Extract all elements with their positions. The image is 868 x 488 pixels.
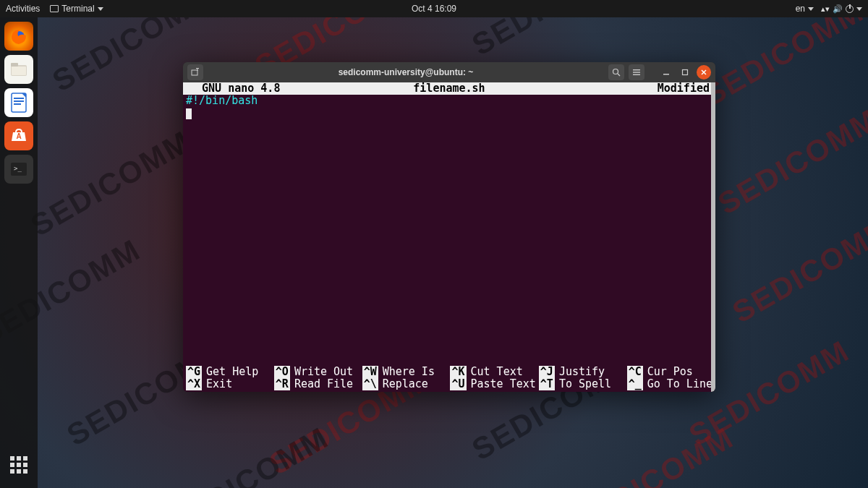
shortcut-key: ^C <box>627 366 643 378</box>
terminal-scrollbar[interactable] <box>711 82 715 392</box>
nano-shortcut: ^CCur Pos <box>627 366 712 378</box>
power-icon <box>846 5 854 13</box>
svg-rect-16 <box>633 69 640 70</box>
shortcut-label: Get Help <box>206 366 258 378</box>
nano-status: Modified <box>658 82 710 95</box>
shortcut-label: Write Out <box>294 366 353 378</box>
app-menu-label: Terminal <box>61 4 94 14</box>
shortcut-key: ^W <box>362 366 378 378</box>
shortcut-label: Justify <box>559 366 605 378</box>
svg-rect-2 <box>11 63 18 67</box>
nano-shortcut: ^KCut Text <box>450 366 535 378</box>
shortcut-key: ^\ <box>362 378 378 390</box>
shortcut-label: Read File <box>294 378 353 390</box>
svg-rect-4 <box>12 93 26 112</box>
terminal-window: sedicomm-university@ubuntu: ~ GNU nano 4… <box>183 62 715 392</box>
dock-app-files[interactable] <box>4 55 33 84</box>
search-button[interactable] <box>608 64 624 80</box>
svg-rect-13 <box>197 68 198 71</box>
text-cursor <box>186 108 192 119</box>
svg-point-14 <box>613 69 618 74</box>
dock-app-libreoffice-writer[interactable] <box>4 88 33 117</box>
close-button[interactable] <box>697 65 711 80</box>
dock-app-terminal[interactable]: >_ <box>4 155 33 184</box>
dock-app-firefox[interactable] <box>4 22 33 51</box>
nano-shortcut: ^RRead File <box>274 378 359 390</box>
lang-label: en <box>796 4 805 14</box>
volume-icon <box>833 4 843 14</box>
nano-shortcut: ^GGet Help <box>186 366 271 378</box>
nano-shortcut: ^TTo Spell <box>539 378 624 390</box>
nano-shortcut: ^OWrite Out <box>274 366 359 378</box>
shortcut-key: ^O <box>274 366 290 378</box>
nano-shortcut: ^_Go To Line <box>627 378 712 390</box>
nano-editor-body[interactable]: #!/bin/bash <box>183 95 715 366</box>
new-tab-button[interactable] <box>187 64 203 80</box>
gnome-top-bar: Activities Terminal Oct 4 16:09 en ▴▾ <box>0 0 868 17</box>
window-titlebar[interactable]: sedicomm-university@ubuntu: ~ <box>183 62 715 82</box>
nano-shortcut: ^UPaste Text <box>450 378 535 390</box>
svg-text:A: A <box>16 132 21 140</box>
svg-rect-6 <box>14 100 24 102</box>
svg-rect-20 <box>683 70 688 75</box>
chevron-down-icon <box>98 7 103 11</box>
show-applications-button[interactable] <box>4 450 33 479</box>
svg-rect-7 <box>14 103 21 105</box>
nano-shortcut: ^XExit <box>186 378 271 390</box>
shortcut-key: ^T <box>539 378 555 390</box>
app-menu[interactable]: Terminal <box>50 4 103 14</box>
hamburger-menu-button[interactable] <box>629 64 644 80</box>
chevron-down-icon <box>808 7 814 11</box>
nano-version: GNU nano 4.8 <box>202 82 280 95</box>
terminal-content[interactable]: GNU nano 4.8 filename.sh Modified #!/bin… <box>183 82 715 392</box>
svg-line-15 <box>618 74 620 76</box>
nano-shortcut: ^WWhere Is <box>362 366 448 378</box>
nano-shortcut: ^\Replace <box>362 378 448 390</box>
dock: A >_ <box>0 17 38 488</box>
nano-header: GNU nano 4.8 filename.sh Modified <box>183 82 715 95</box>
shortcut-label: Exit <box>206 378 232 390</box>
shortcut-label: Where Is <box>383 366 435 378</box>
shortcut-key: ^_ <box>627 378 643 390</box>
minimize-button[interactable] <box>659 65 673 80</box>
network-icon: ▴▾ <box>821 4 830 14</box>
maximize-button[interactable] <box>678 65 692 80</box>
editor-line-1: #!/bin/bash <box>186 94 258 107</box>
datetime-label: Oct 4 16:09 <box>412 4 456 14</box>
clock[interactable]: Oct 4 16:09 <box>412 4 456 14</box>
chevron-down-icon <box>856 7 862 11</box>
nano-shortcut: ^JJustify <box>539 366 624 378</box>
shortcut-key: ^J <box>539 366 555 378</box>
window-title: sedicomm-university@ubuntu: ~ <box>208 67 604 77</box>
shortcut-label: Cur Pos <box>647 366 693 378</box>
shortcut-label: Replace <box>383 378 428 390</box>
svg-rect-5 <box>14 98 24 99</box>
svg-rect-11 <box>192 70 197 75</box>
activities-label: Activities <box>6 4 40 14</box>
activities-button[interactable]: Activities <box>6 4 40 14</box>
system-status-area[interactable]: ▴▾ <box>821 4 862 14</box>
svg-text:>_: >_ <box>14 165 22 172</box>
dock-app-ubuntu-software[interactable]: A <box>4 121 33 150</box>
shortcut-key: ^G <box>186 366 202 378</box>
shortcut-label: To Spell <box>559 378 611 390</box>
nano-filename: filename.sh <box>413 82 485 95</box>
shortcut-label: Paste Text <box>471 378 536 390</box>
shortcut-label: Go To Line <box>647 378 712 390</box>
svg-rect-3 <box>12 67 26 75</box>
svg-rect-18 <box>633 74 640 75</box>
svg-rect-17 <box>633 72 640 72</box>
shortcut-key: ^U <box>450 378 466 390</box>
shortcut-key: ^R <box>274 378 290 390</box>
shortcut-label: Cut Text <box>471 366 523 378</box>
input-source[interactable]: en <box>796 4 814 14</box>
nano-shortcut-bar: ^GGet Help^OWrite Out^WWhere Is^KCut Tex… <box>183 366 715 392</box>
svg-rect-19 <box>663 74 669 75</box>
shortcut-key: ^X <box>186 378 202 390</box>
shortcut-key: ^K <box>450 366 466 378</box>
terminal-icon <box>50 5 59 12</box>
